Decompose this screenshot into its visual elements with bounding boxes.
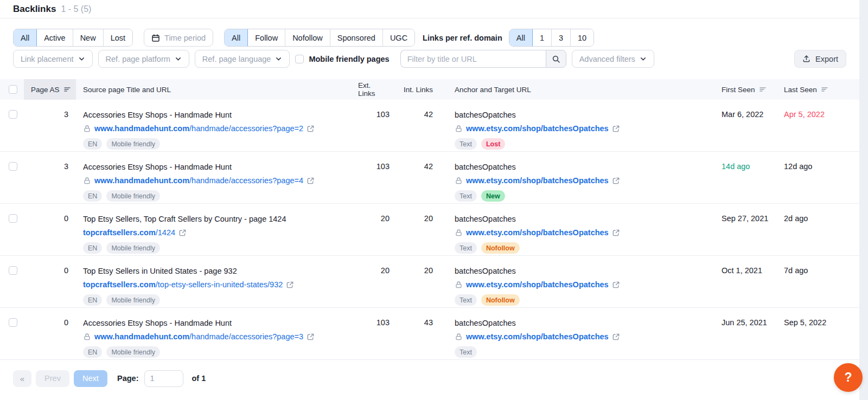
- source-url-link[interactable]: www.handmadehunt.com/handmade/accessorie…: [94, 332, 303, 341]
- lock-icon: [455, 281, 463, 289]
- export-button[interactable]: Export: [794, 50, 846, 68]
- last-seen-value: Apr 5, 2022: [777, 100, 859, 119]
- row-checkbox[interactable]: [9, 162, 17, 171]
- export-label: Export: [815, 55, 838, 63]
- mobile-friendly-checkbox[interactable]: [295, 55, 304, 63]
- first-seen-value: 14d ago: [716, 152, 777, 171]
- page-title: Backlinks: [13, 4, 56, 15]
- status-segment-lost[interactable]: Lost: [104, 29, 132, 46]
- help-button[interactable]: ?: [834, 363, 863, 392]
- links-segment-3[interactable]: 3: [552, 29, 571, 46]
- follow-segment-sponsored[interactable]: Sponsored: [330, 29, 383, 46]
- chevron-down-icon: [175, 55, 182, 62]
- external-link-icon[interactable]: [178, 229, 187, 237]
- row-checkbox[interactable]: [9, 266, 17, 275]
- link-type-badge: Text: [455, 190, 477, 202]
- select-all-checkbox[interactable]: [9, 85, 17, 94]
- page-as-value: 3: [24, 100, 76, 119]
- external-link-icon[interactable]: [286, 281, 294, 289]
- external-link-icon[interactable]: [612, 281, 620, 289]
- follow-segment-follow[interactable]: Follow: [248, 29, 285, 46]
- link-type-badge: Text: [455, 138, 477, 150]
- links-segment-all[interactable]: All: [509, 29, 533, 46]
- chevron-down-icon: [78, 55, 85, 62]
- links-segment-10[interactable]: 10: [571, 29, 593, 46]
- ref-page-language-dropdown[interactable]: Ref. page language: [195, 50, 290, 68]
- source-url-link[interactable]: topcraftsellers.com/1424: [83, 228, 175, 237]
- status-segment-active[interactable]: Active: [37, 29, 73, 46]
- external-link-icon[interactable]: [612, 177, 620, 185]
- advanced-filters-dropdown[interactable]: Advanced filters: [572, 50, 654, 68]
- prev-page-button[interactable]: Prev: [36, 370, 69, 387]
- column-header-anchor: Anchor and Target URL: [445, 86, 716, 94]
- page-as-value: 0: [24, 256, 76, 275]
- sort-lines-icon: [759, 86, 767, 93]
- links-per-domain-segmented-control: All 1 3 10: [509, 29, 594, 47]
- nofollow-badge: Nofollow: [481, 242, 520, 254]
- source-title: Top Etsy Sellers in United States - page…: [83, 266, 358, 276]
- external-link-icon[interactable]: [307, 177, 315, 185]
- ext-links-value: 20: [358, 256, 401, 275]
- link-placement-label: Link placement: [21, 55, 74, 63]
- table-row: 0 Top Etsy Sellers, Top Craft Sellers by…: [0, 204, 859, 256]
- int-links-value: 42: [401, 100, 445, 119]
- source-url-link[interactable]: topcraftsellers.com/top-etsy-sellers-in-…: [83, 280, 283, 289]
- external-link-icon[interactable]: [612, 333, 620, 341]
- link-type-badge: Text: [455, 242, 477, 254]
- target-url-link[interactable]: www.etsy.com/shop/batchesOpatches: [466, 124, 609, 133]
- search-input[interactable]: [400, 50, 546, 68]
- magnifier-icon: [552, 55, 560, 63]
- target-url-link[interactable]: www.etsy.com/shop/batchesOpatches: [466, 228, 609, 237]
- links-segment-1[interactable]: 1: [533, 29, 552, 46]
- follow-segment-all[interactable]: All: [225, 29, 248, 46]
- external-link-icon[interactable]: [307, 333, 315, 341]
- column-header-page-as[interactable]: Page AS: [24, 79, 76, 100]
- time-period-label: Time period: [164, 34, 206, 42]
- target-url-link[interactable]: www.etsy.com/shop/batchesOpatches: [466, 332, 609, 341]
- filters-section: All Active New Lost Time period All Foll…: [0, 18, 859, 68]
- anchor-text: batchesOpatches: [455, 266, 716, 276]
- follow-segment-ugc[interactable]: UGC: [383, 29, 414, 46]
- page-total-label: of 1: [192, 374, 206, 383]
- source-url-link[interactable]: www.handmadehunt.com/handmade/accessorie…: [94, 124, 303, 133]
- column-header-first-seen[interactable]: First Seen: [716, 86, 777, 94]
- mobile-friendly-label: Mobile friendly pages: [309, 55, 389, 63]
- external-link-icon[interactable]: [307, 125, 315, 133]
- time-period-button[interactable]: Time period: [144, 29, 213, 47]
- ext-links-value: 103: [358, 152, 401, 171]
- mobile-friendly-badge: Mobile friendly: [106, 346, 160, 358]
- status-segment-new[interactable]: New: [73, 29, 104, 46]
- page-as-value: 0: [24, 308, 76, 327]
- row-checkbox[interactable]: [9, 318, 17, 327]
- ext-links-value: 20: [358, 204, 401, 223]
- target-url-link[interactable]: www.etsy.com/shop/batchesOpatches: [466, 280, 609, 289]
- question-mark-icon: ?: [844, 370, 852, 385]
- source-url-link[interactable]: www.handmadehunt.com/handmade/accessorie…: [94, 176, 303, 185]
- page-number-input[interactable]: [144, 370, 183, 387]
- chevron-down-icon: [640, 55, 647, 62]
- row-checkbox[interactable]: [9, 110, 17, 119]
- search-group: [400, 50, 566, 68]
- link-placement-dropdown[interactable]: Link placement: [13, 50, 93, 68]
- next-page-button[interactable]: Next: [74, 370, 107, 387]
- external-link-icon[interactable]: [612, 125, 620, 133]
- column-header-last-seen[interactable]: Last Seen: [777, 86, 859, 94]
- follow-segment-nofollow[interactable]: Nofollow: [285, 29, 330, 46]
- mobile-friendly-checkbox-group[interactable]: Mobile friendly pages: [295, 55, 389, 63]
- anchor-text: batchesOpatches: [455, 162, 716, 172]
- search-button[interactable]: [546, 50, 566, 68]
- page-label: Page:: [117, 374, 139, 383]
- external-link-icon[interactable]: [612, 229, 620, 237]
- target-url-link[interactable]: www.etsy.com/shop/batchesOpatches: [466, 176, 609, 185]
- row-checkbox[interactable]: [9, 214, 17, 223]
- lock-icon: [455, 333, 463, 341]
- link-type-badge: Text: [455, 346, 477, 358]
- last-seen-value: 12d ago: [777, 152, 859, 171]
- source-title: Accessories Etsy Shops - Handmade Hunt: [83, 162, 358, 172]
- first-page-button[interactable]: «: [13, 370, 31, 387]
- pagination-bar: « Prev Next Page: of 1: [0, 360, 859, 390]
- status-segment-all[interactable]: All: [14, 29, 37, 46]
- ref-page-platform-dropdown[interactable]: Ref. page platform: [98, 50, 189, 68]
- backlinks-panel: Backlinks 1 - 5 (5) All Active New Lost …: [0, 0, 859, 400]
- chevron-down-icon: [275, 55, 282, 62]
